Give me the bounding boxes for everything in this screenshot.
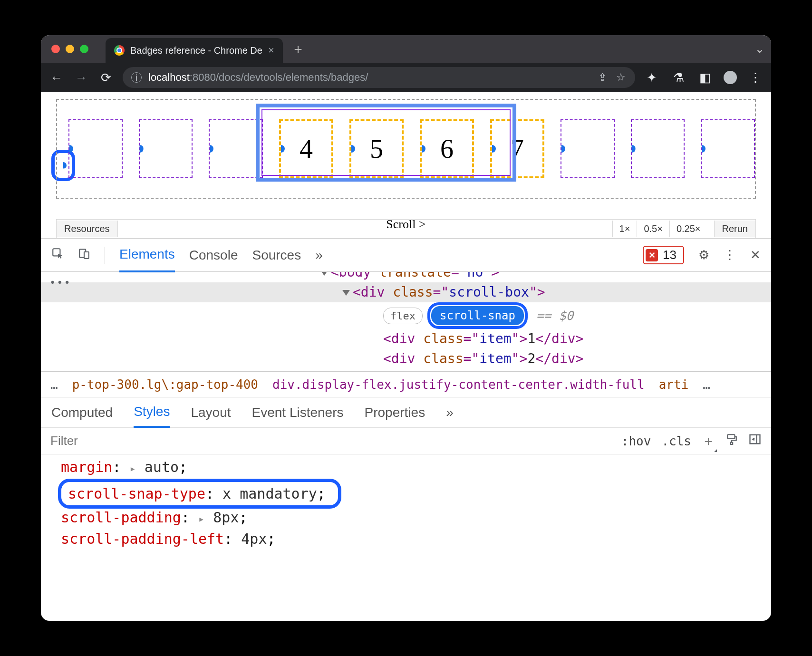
device-toggle-icon[interactable]: [78, 247, 90, 263]
dom-row[interactable]: <body translate="no">: [41, 272, 771, 282]
toolbar: ← → ⟳ i localhost:8080/docs/devtools/ele…: [41, 63, 771, 92]
toggle-sidebar-icon[interactable]: [748, 433, 762, 449]
tab-layout[interactable]: Layout: [191, 398, 231, 427]
css-declaration[interactable]: scroll-padding-left: 4px;: [61, 528, 771, 550]
scroll-item: [631, 119, 685, 178]
item-number: 6: [440, 134, 454, 164]
paint-icon[interactable]: [725, 433, 738, 449]
breadcrumb-item[interactable]: arti: [659, 377, 689, 392]
hov-toggle[interactable]: :hov: [621, 434, 651, 448]
dom-row[interactable]: <div class="item">2</div>: [41, 349, 771, 369]
breadcrumb-item[interactable]: div.display-flex.justify-content-center.…: [272, 377, 645, 392]
tab-sources[interactable]: Sources: [252, 239, 301, 271]
css-declaration[interactable]: margin: ▸ auto;: [61, 456, 771, 478]
close-tab-icon[interactable]: ×: [268, 45, 274, 56]
tab-overflow-icon[interactable]: ⌄: [755, 42, 764, 56]
scroll-item: [561, 119, 615, 178]
css-rules[interactable]: margin: ▸ auto; scroll-snap-type: x mand…: [41, 454, 771, 559]
item-number: 5: [370, 134, 383, 164]
expand-triangle-icon[interactable]: [342, 290, 350, 296]
address-bar[interactable]: i localhost:8080/docs/devtools/elements/…: [123, 67, 635, 88]
flex-badge[interactable]: flex: [383, 308, 423, 324]
share-icon[interactable]: ⇪: [598, 71, 607, 84]
breadcrumb-ellipsis[interactable]: …: [50, 377, 58, 392]
profile-avatar[interactable]: [724, 71, 737, 84]
css-declaration[interactable]: scroll-snap-type: x mandatory;: [68, 485, 326, 502]
scroll-box-demo[interactable]: 4 5 6 7: [56, 99, 756, 199]
dollar-zero-label: == $0: [536, 307, 573, 325]
zoom-1x[interactable]: 1×: [612, 221, 637, 237]
error-count-badge[interactable]: ✕13: [643, 246, 684, 264]
maximize-window-button[interactable]: [80, 45, 88, 53]
reload-button[interactable]: ⟳: [98, 70, 114, 85]
star-icon[interactable]: ☆: [616, 71, 626, 84]
labs-icon[interactable]: ⚗: [670, 70, 686, 85]
tab-event-listeners[interactable]: Event Listeners: [252, 398, 344, 427]
breadcrumb-ellipsis[interactable]: …: [703, 377, 710, 392]
css-declaration[interactable]: scroll-padding: ▸ 8px;: [61, 507, 771, 528]
rerun-button[interactable]: Rerun: [714, 221, 755, 237]
zoom-025x[interactable]: 0.25×: [669, 221, 707, 237]
svg-rect-4: [731, 443, 733, 444]
url-path: /docs/devtools/elements/badges/: [216, 71, 368, 83]
zoom-05x[interactable]: 0.5×: [637, 221, 669, 237]
scroll-snap-highlight: scroll-snap: [427, 302, 528, 329]
scroll-item: 4: [279, 119, 333, 178]
scroll-item: [68, 119, 123, 178]
inspect-icon[interactable]: [51, 247, 64, 263]
breadcrumb-item[interactable]: p-top-300.lg\:gap-top-400: [72, 377, 258, 392]
zoom-controls: 1× 0.5× 0.25×: [612, 221, 707, 237]
tab-more[interactable]: »: [315, 239, 323, 271]
dom-badges: flex scroll-snap == $0: [41, 302, 771, 329]
snap-point-icon: [698, 145, 706, 153]
dom-row-selected[interactable]: <div class="scroll-box">: [41, 282, 771, 302]
cls-toggle[interactable]: .cls: [661, 434, 691, 448]
styles-filter-input[interactable]: [50, 434, 611, 448]
scroll-item: 6: [420, 119, 474, 178]
scroll-item: [209, 119, 263, 178]
tab-title: Badges reference - Chrome De: [130, 45, 262, 56]
tab-elements[interactable]: Elements: [119, 238, 175, 272]
close-window-button[interactable]: [51, 45, 60, 53]
tab-console[interactable]: Console: [189, 239, 238, 271]
new-tab-button[interactable]: ＋: [291, 40, 305, 58]
window-controls: [51, 45, 88, 53]
styles-filter-row: :hov .cls ＋: [41, 428, 771, 454]
resources-tab[interactable]: Resources: [57, 221, 118, 237]
close-devtools-icon[interactable]: ✕: [750, 248, 761, 262]
chrome-favicon-icon: [114, 45, 125, 56]
tab-properties[interactable]: Properties: [365, 398, 425, 427]
site-info-icon[interactable]: i: [131, 72, 142, 83]
scroll-snap-badge[interactable]: scroll-snap: [431, 306, 524, 325]
dom-row[interactable]: <div class="item">1</div>: [41, 329, 771, 349]
tab-computed[interactable]: Computed: [51, 398, 113, 427]
snap-point-icon: [628, 145, 636, 153]
snap-point-icon: [136, 145, 144, 153]
expand-triangle-icon[interactable]: [320, 272, 328, 276]
url-host: localhost: [148, 71, 190, 83]
forward-button[interactable]: →: [73, 70, 89, 85]
panel-icon[interactable]: ◧: [697, 70, 713, 85]
snap-point-icon: [206, 145, 213, 153]
tab-more[interactable]: »: [446, 398, 454, 427]
new-style-rule-button[interactable]: ＋: [702, 432, 715, 450]
item-number: 4: [300, 134, 313, 164]
snap-point-icon: [277, 145, 285, 153]
dom-tree[interactable]: ••• <body translate="no"> <div class="sc…: [41, 272, 771, 372]
styles-tabs: Computed Styles Layout Event Listeners P…: [41, 397, 771, 428]
tab-styles[interactable]: Styles: [134, 397, 170, 428]
page-viewport: 4 5 6 7 Scroll > Resources 1× 0.5× 0.25×…: [41, 92, 771, 239]
kebab-menu-icon[interactable]: ⋮: [724, 248, 736, 262]
dom-row-actions-icon[interactable]: •••: [49, 275, 71, 290]
svg-rect-3: [727, 434, 735, 439]
browser-tab[interactable]: Badges reference - Chrome De ×: [106, 38, 283, 63]
back-button[interactable]: ←: [48, 70, 65, 85]
snap-point-icon: [558, 145, 565, 153]
scroll-item: 7: [490, 119, 544, 178]
settings-icon[interactable]: ⚙: [698, 248, 709, 262]
extensions-icon[interactable]: ✦: [644, 70, 660, 85]
snap-point-icon: [418, 145, 425, 153]
dom-breadcrumbs[interactable]: … p-top-300.lg\:gap-top-400 div.display-…: [41, 372, 771, 397]
menu-icon[interactable]: ⋮: [747, 70, 764, 85]
minimize-window-button[interactable]: [66, 45, 74, 53]
